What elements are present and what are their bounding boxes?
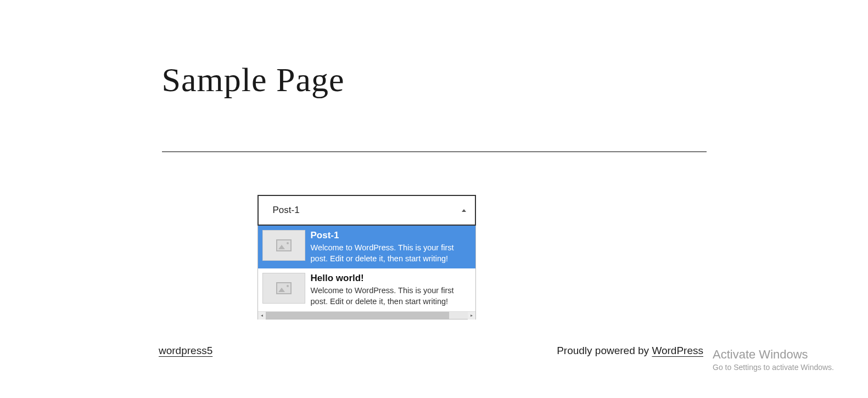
dropdown-option-post-1[interactable]: Post-1 Welcome to WordPress. This is you…	[258, 226, 475, 268]
scroll-thumb[interactable]	[266, 312, 450, 319]
option-title: Post-1	[311, 230, 468, 241]
powered-by: Proudly powered by WordPress	[557, 345, 703, 357]
page-title: Sample Page	[162, 60, 707, 99]
post-dropdown: Post-1 Post-1 Welcome to WordPress. This…	[257, 195, 476, 226]
dropdown-panel: Post-1 Welcome to WordPress. This is you…	[257, 226, 476, 319]
watermark-subtitle: Go to Settings to activate Windows.	[713, 363, 834, 372]
scroll-left-arrow-icon[interactable]: ◂	[258, 312, 266, 319]
scroll-track[interactable]	[266, 312, 468, 319]
caret-up-icon	[462, 209, 466, 212]
dropdown-option-hello-world[interactable]: Hello world! Welcome to WordPress. This …	[258, 268, 475, 311]
windows-activation-watermark: Activate Windows Go to Settings to activ…	[713, 347, 834, 372]
dropdown-toggle[interactable]: Post-1	[257, 195, 476, 226]
wordpress-link[interactable]: WordPress	[652, 345, 703, 356]
dropdown-selected-label: Post-1	[273, 205, 300, 216]
watermark-title: Activate Windows	[713, 347, 834, 362]
placeholder-image-icon	[262, 273, 305, 304]
content-divider	[162, 152, 707, 152]
site-title-link[interactable]: wordpress5	[159, 345, 212, 357]
placeholder-image-icon	[262, 230, 305, 261]
powered-text: Proudly powered by	[557, 345, 652, 356]
option-description: Welcome to WordPress. This is your first…	[311, 243, 468, 264]
site-footer: wordpress5 Proudly powered by WordPress	[159, 345, 703, 357]
option-description: Welcome to WordPress. This is your first…	[311, 285, 468, 307]
horizontal-scrollbar[interactable]: ◂ ▸	[258, 311, 475, 319]
scroll-right-arrow-icon[interactable]: ▸	[468, 312, 475, 319]
option-title: Hello world!	[311, 273, 468, 284]
